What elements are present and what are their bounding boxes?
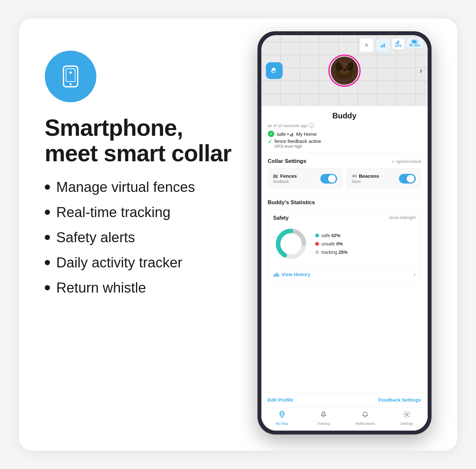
svg-rect-14 (381, 45, 382, 47)
bullet-dot (45, 210, 50, 215)
info-icon: i (309, 123, 314, 128)
statistics-card: Safety since midnight (268, 210, 421, 283)
pet-name-section: Buddy as of 10 seconds ago i ✓ safe • (261, 106, 428, 153)
my-map-icon (278, 411, 286, 418)
training-nav-icon (320, 411, 327, 420)
svg-point-29 (354, 175, 355, 177)
phone-sparkle-icon (58, 64, 83, 89)
since-label: since midnight (389, 215, 415, 221)
bullet-dot (45, 260, 50, 265)
signal-icon-box (376, 38, 390, 52)
map-nav-icon (278, 411, 286, 420)
bell-icon (361, 411, 369, 418)
list-item: Safety alerts (45, 229, 232, 245)
svg-rect-27 (276, 175, 277, 178)
safety-donut-chart (273, 226, 309, 262)
svg-point-38 (323, 412, 325, 414)
gear-icon (403, 411, 411, 418)
training-icon (320, 411, 327, 418)
nav-notifications[interactable]: Notifications (345, 411, 386, 425)
hand-button[interactable] (266, 62, 283, 79)
settings-nav-icon (403, 411, 411, 420)
map-area: GPS 9h 25m › (261, 35, 428, 106)
svg-rect-19 (398, 40, 399, 44)
map-chevron-right-icon[interactable]: › (420, 66, 423, 75)
dog-avatar (331, 56, 358, 85)
list-item: Manage virtual fences (45, 179, 232, 195)
check-icon: ✓ (268, 139, 272, 145)
view-history-chevron-icon: › (414, 271, 416, 278)
fences-label: Fences (280, 173, 297, 179)
nav-training[interactable]: Training (303, 411, 345, 425)
beacons-icon (352, 174, 357, 178)
fences-sub: feedback (273, 179, 297, 184)
collar-settings-title: Collar Settings (268, 158, 306, 165)
notifications-nav-icon (361, 411, 369, 420)
legend-tracking: tracking 25% (315, 250, 348, 255)
beacons-toggle[interactable] (399, 174, 416, 184)
last-update-row: as of 10 seconds ago i (268, 123, 421, 128)
fences-setting-card: Fences feedback (268, 168, 343, 189)
svg-point-2 (70, 83, 72, 85)
svg-point-10 (342, 67, 343, 68)
legend-safe: safe 42% (315, 233, 348, 238)
svg-rect-33 (274, 274, 275, 277)
status-icons: GPS 9h 25m (360, 38, 423, 52)
bullet-dot (45, 185, 50, 190)
main-card: Smartphone, meet smart collar Manage vir… (19, 18, 457, 451)
fences-toggle[interactable] (320, 174, 337, 184)
gps-box: GPS (392, 38, 404, 49)
phone-screen: GPS 9h 25m › (261, 35, 428, 431)
svg-rect-25 (273, 175, 274, 178)
svg-rect-15 (382, 45, 383, 47)
collar-settings-header: Collar Settings ✓ synchronized (268, 158, 421, 165)
collar-settings-row: Fences feedback (268, 168, 421, 189)
feedback-settings-button[interactable]: Feedback Settings (378, 397, 421, 403)
hand-icon (270, 67, 278, 75)
svg-point-39 (406, 414, 408, 415)
svg-rect-36 (278, 274, 279, 277)
fences-icon (273, 174, 278, 178)
svg-rect-26 (274, 174, 275, 178)
svg-rect-16 (384, 44, 385, 47)
signal-icon (380, 42, 386, 48)
edit-profile-button[interactable]: Edit Profile (268, 397, 293, 403)
bullet-dot (45, 285, 50, 290)
sync-status-text: ✓ synchronized (392, 159, 421, 164)
gps-level-text: GPS level high (275, 144, 321, 149)
fence-feedback-text: fence feedback active (275, 138, 321, 144)
gps-bars-icon (395, 40, 401, 44)
svg-rect-24 (292, 133, 293, 136)
beacons-setting-card: Beacons listen (346, 168, 421, 189)
svg-point-12 (343, 69, 346, 71)
nav-my-map-label: My Map (276, 422, 288, 425)
phone-frame: GPS 9h 25m › (257, 31, 432, 434)
svg-rect-22 (290, 134, 291, 136)
svg-rect-17 (396, 42, 397, 44)
status-safe-text: safe • My Home (277, 131, 317, 137)
right-panel: GPS 9h 25m › (251, 31, 438, 434)
safe-status-icon: ✓ (268, 131, 274, 137)
dog-avatar-ring (328, 55, 361, 87)
unsafe-dot (315, 242, 319, 246)
bar-chart-icon (273, 272, 279, 277)
beacons-sub: listen (352, 179, 379, 184)
bluetooth-icon-box (360, 38, 374, 52)
beacons-label: Beacons (359, 173, 379, 179)
content-area: Buddy as of 10 seconds ago i ✓ safe • (261, 106, 428, 431)
bluetooth-icon (364, 42, 370, 48)
safe-dot (315, 234, 319, 237)
feature-list: Manage virtual fences Real-time tracking… (45, 179, 232, 296)
nav-settings[interactable]: Settings (386, 411, 428, 425)
status-safe-row: ✓ safe • My Home (268, 131, 421, 137)
nav-settings-label: Settings (400, 422, 413, 425)
list-item: Return whistle (45, 280, 232, 296)
view-history-button[interactable]: View History (273, 272, 311, 277)
pet-name: Buddy (332, 111, 356, 120)
statistics-title: Buddy's Statistics (268, 199, 421, 206)
svg-rect-34 (275, 274, 276, 277)
battery-icon (412, 40, 418, 44)
collar-settings-section: Collar Settings ✓ synchronized (261, 153, 428, 194)
nav-my-map[interactable]: My Map (261, 411, 303, 425)
dog-avatar-container (328, 55, 361, 87)
